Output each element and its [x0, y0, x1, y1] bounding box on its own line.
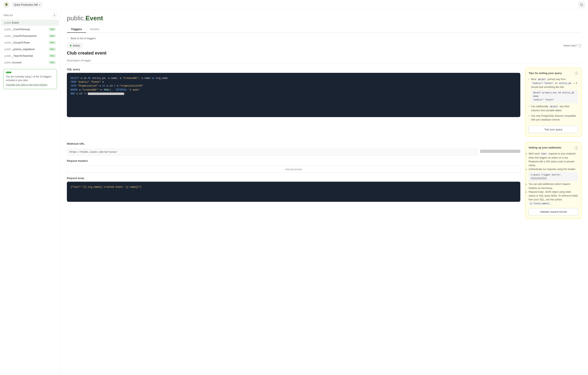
- svg-line-5: [582, 5, 583, 6]
- search-button[interactable]: [578, 2, 585, 8]
- logo-icon: [3, 2, 10, 8]
- tips-box-header: Tips for writing your query ℹ: [529, 71, 578, 75]
- table-item[interactable]: public._TeamToTeamSet New: [1, 53, 59, 59]
- topbar: Quke Production DB ▾: [0, 0, 588, 10]
- table-item[interactable]: public._CourtToTournament New: [1, 33, 59, 39]
- request-headers-label: Request headers: [67, 159, 520, 162]
- search-icon: [580, 3, 583, 6]
- tab-triggers[interactable]: Triggers: [67, 26, 86, 33]
- sql-main-col: SQL query SELECT e.id AS entity_pk, e.na…: [67, 68, 520, 137]
- tabs-bar: Triggers Actions: [67, 26, 582, 33]
- table-item[interactable]: public.Account New: [1, 59, 59, 66]
- back-link[interactable]: ← Back to list of triggers: [67, 37, 582, 40]
- table-item[interactable]: public._prisma_migrations New: [1, 46, 59, 52]
- webhook-tip-item: You can add additional custom request he…: [529, 182, 578, 190]
- sql-tips-box: Tips for writing your query ℹ Must SELEC…: [525, 68, 582, 137]
- table-item[interactable]: public._GroupToTeam New: [1, 40, 59, 46]
- status-help-row: Active Need help? ?: [67, 43, 582, 48]
- webhook-url-row: [67, 147, 520, 155]
- webhook-tip-item: We'll send POST requests to your endpoin…: [529, 152, 578, 167]
- webhooks-tips-header: Setting up your webhooks ℹ: [529, 146, 578, 150]
- webhook-section: Webhook URL Request headers Add paramete…: [67, 142, 582, 219]
- table-item[interactable]: public._CourtToGroup New: [1, 26, 59, 32]
- webhook-tip-item: Request body: JSON object using static v…: [529, 190, 578, 206]
- status-dot-active: [70, 45, 72, 46]
- sidebar: TABLES + public.Event public._CourtToGro…: [0, 10, 60, 375]
- need-help-label: Need help?: [564, 44, 577, 47]
- upgrade-plan-link[interactable]: Upgrade your plan to get more triggers: [6, 83, 54, 87]
- chevron-down-icon: ▾: [39, 4, 40, 6]
- svg-point-3: [6, 3, 6, 4]
- webhooks-info-icon[interactable]: ℹ: [575, 146, 578, 150]
- tips-list: Must SELECT primary key from "public"."E…: [529, 77, 578, 122]
- trigger-name: Club created event: [67, 51, 582, 56]
- back-link-label: Back to list of triggers: [71, 37, 96, 40]
- help-icon: ?: [578, 44, 582, 48]
- webhooks-tips-box: Setting up your webhooks ℹ We'll send PO…: [525, 142, 582, 219]
- sql-section: SQL query SELECT e.id AS entity_pk, e.na…: [67, 68, 582, 137]
- webhook-url-input[interactable]: [67, 149, 478, 155]
- webhook-section-label: Webhook URL: [67, 142, 520, 145]
- tip-item: Use only PostgreSQL features compatible …: [529, 114, 578, 122]
- webhook-tip-item: Authenticate our requests using this hea…: [529, 167, 578, 182]
- request-body-section: Request body {"text":"{{.org_name}} crea…: [67, 177, 520, 202]
- table-item[interactable]: public.Event: [1, 20, 59, 26]
- plan-usage-indicator: [6, 72, 11, 73]
- tip-item: Must SELECT primary key from "public"."E…: [529, 77, 578, 103]
- svg-point-2: [5, 4, 8, 6]
- plan-notice: You are currently using 1 of the 10 trig…: [3, 69, 57, 89]
- page-title-schema: public.: [67, 14, 85, 22]
- db-selector-label: Quke Production DB: [14, 3, 38, 6]
- webhooks-tips-title: Setting up your webhooks: [529, 146, 561, 150]
- add-table-button[interactable]: +: [52, 13, 57, 18]
- tab-actions[interactable]: Actions: [86, 26, 103, 33]
- validate-request-button[interactable]: Validate request format: [529, 208, 578, 215]
- plan-notice-text: You are currently using 1 of the 10 trig…: [6, 75, 51, 82]
- layout: TABLES + public.Event public._CourtToGro…: [0, 10, 588, 375]
- test-query-button[interactable]: Test your query: [529, 126, 578, 133]
- tips-box-title: Tips for writing your query: [529, 71, 562, 75]
- status-label: Active: [73, 44, 80, 47]
- db-selector[interactable]: Quke Production DB ▾: [12, 2, 42, 7]
- webhook-url-redacted: [480, 150, 520, 153]
- topbar-left: Quke Production DB ▾: [3, 2, 42, 8]
- webhooks-tips-col: Setting up your webhooks ℹ We'll send PO…: [525, 142, 582, 219]
- main-content: public.Event Triggers Actions ← Back to …: [60, 10, 588, 375]
- webhooks-tips-list: We'll send POST requests to your endpoin…: [529, 152, 578, 206]
- request-body-label: Request body: [67, 177, 520, 180]
- tip-item: Can additionally SELECT any other column…: [529, 105, 578, 112]
- need-help-button[interactable]: Need help? ?: [564, 44, 582, 48]
- add-parameter-button[interactable]: Add parameter: [67, 166, 520, 172]
- tips-info-icon[interactable]: ℹ: [575, 71, 578, 75]
- request-headers-section: Request headers Add parameter: [67, 159, 520, 172]
- status-badge[interactable]: Active: [67, 43, 83, 48]
- page-title-table: Event: [85, 14, 103, 22]
- page-title: public.Event: [67, 14, 582, 22]
- sql-editor[interactable]: SELECT e.id AS entity_pk, e.name, e."cre…: [67, 73, 520, 117]
- sidebar-tables-label: TABLES: [3, 14, 13, 17]
- request-body-editor[interactable]: {"text":"{{.org_name}} created event: {{…: [67, 182, 520, 202]
- sql-tips-col: Tips for writing your query ℹ Must SELEC…: [525, 68, 582, 137]
- sidebar-header: TABLES +: [0, 10, 60, 19]
- sql-section-label: SQL query: [67, 68, 520, 71]
- arrow-left-icon: ←: [67, 37, 70, 40]
- trigger-description-input[interactable]: [67, 57, 582, 64]
- webhook-main-col: Webhook URL Request headers Add paramete…: [67, 142, 520, 219]
